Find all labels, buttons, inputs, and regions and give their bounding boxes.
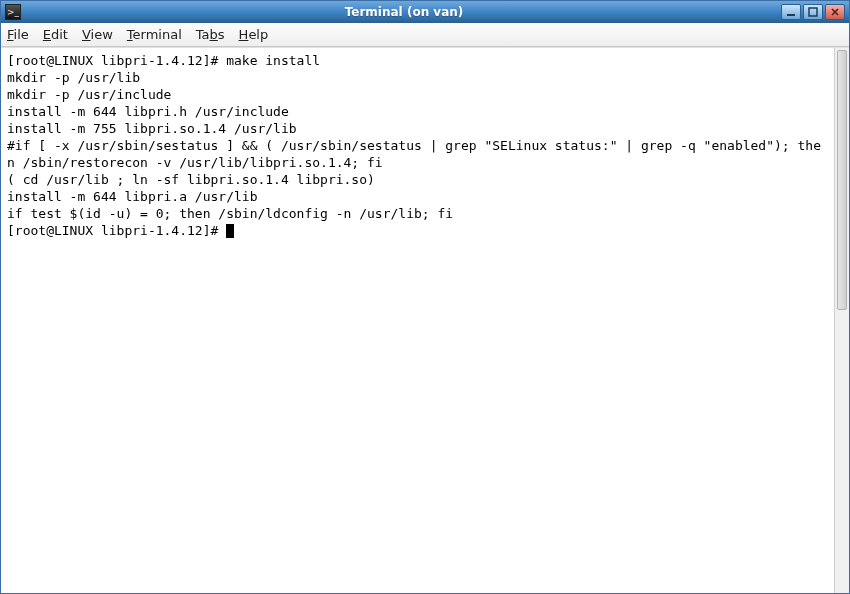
svg-rect-0: [787, 14, 795, 16]
svg-rect-1: [809, 8, 817, 16]
minimize-icon: [786, 7, 796, 17]
scrollbar-thumb[interactable]: [837, 50, 847, 310]
menu-help-rest: elp: [248, 27, 268, 42]
terminal-line: #if [ -x /usr/sbin/sestatus ] && ( /usr/…: [7, 138, 821, 170]
terminal-line: install -m 644 libpri.h /usr/include: [7, 104, 289, 119]
menu-help[interactable]: Help: [239, 27, 269, 42]
window-controls: [781, 4, 845, 20]
terminal-line: mkdir -p /usr/include: [7, 87, 171, 102]
window-title: Terminal (on van): [27, 5, 781, 19]
menu-tabs[interactable]: Tabs: [196, 27, 225, 42]
terminal-line: install -m 644 libpri.a /usr/lib: [7, 189, 257, 204]
window-titlebar[interactable]: >_ Terminal (on van): [1, 1, 849, 23]
menu-tabs-rest: s: [218, 27, 225, 42]
terminal-icon: >_: [5, 4, 21, 20]
terminal-prompt: [root@LINUX libpri-1.4.12]#: [7, 223, 226, 238]
terminal-line: install -m 755 libpri.so.1.4 /usr/lib: [7, 121, 297, 136]
menu-edit-rest: dit: [51, 27, 68, 42]
minimize-button[interactable]: [781, 4, 801, 20]
menu-file[interactable]: File: [7, 27, 29, 42]
menu-edit[interactable]: Edit: [43, 27, 68, 42]
terminal-line: ( cd /usr/lib ; ln -sf libpri.so.1.4 lib…: [7, 172, 375, 187]
terminal-line: [root@LINUX libpri-1.4.12]# make install: [7, 53, 320, 68]
terminal-output[interactable]: [root@LINUX libpri-1.4.12]# make install…: [1, 48, 834, 593]
terminal-line: if test $(id -u) = 0; then /sbin/ldconfi…: [7, 206, 453, 221]
menu-terminal-rest: erminal: [133, 27, 182, 42]
close-icon: [830, 7, 840, 17]
menu-view-rest: iew: [91, 27, 113, 42]
close-button[interactable]: [825, 4, 845, 20]
terminal-line: mkdir -p /usr/lib: [7, 70, 140, 85]
menu-terminal[interactable]: Terminal: [127, 27, 182, 42]
terminal-area: [root@LINUX libpri-1.4.12]# make install…: [1, 47, 849, 593]
maximize-button[interactable]: [803, 4, 823, 20]
menubar: File Edit View Terminal Tabs Help: [1, 23, 849, 47]
menu-file-rest: ile: [14, 27, 29, 42]
menu-view[interactable]: View: [82, 27, 113, 42]
terminal-window: >_ Terminal (on van) File Edit View Term…: [0, 0, 850, 594]
vertical-scrollbar[interactable]: [834, 48, 849, 593]
maximize-icon: [808, 7, 818, 17]
terminal-cursor: [226, 224, 234, 238]
